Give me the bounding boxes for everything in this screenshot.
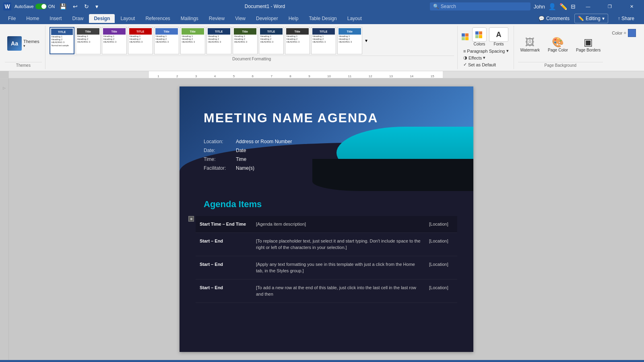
formatting-options: ≡ Paragraph Spacing ▾ ◑ Effects ▾ ✓ Set …	[462, 48, 510, 68]
date-row: Date: Date	[204, 148, 292, 153]
row1-description[interactable]: [To replace placeholder text, just selec…	[252, 232, 425, 256]
time-value[interactable]: Time	[236, 156, 246, 162]
minimize-button[interactable]: —	[579, 0, 597, 13]
row3-description[interactable]: [To add a new row at the end of this tab…	[252, 279, 425, 302]
header-description-cell[interactable]: [Agenda item description]	[252, 216, 425, 232]
theme-3[interactable]: Title Heading 1Heading 2HEADING 3	[102, 27, 127, 54]
tab-table-design[interactable]: Table Design	[304, 14, 341, 23]
tab-mailings[interactable]: Mailings	[176, 14, 203, 23]
title-bar-left: W AutoSave ON 💾 ↩ ↻ ▾	[3, 2, 100, 10]
colors-label: Colors	[473, 42, 485, 46]
row1-time[interactable]: Start – End	[196, 232, 252, 256]
colors-button[interactable]	[472, 27, 487, 42]
tab-developer[interactable]: Developer	[251, 14, 283, 23]
tab-review[interactable]: Review	[204, 14, 229, 23]
paragraph-spacing-icon: ≡	[463, 49, 466, 53]
document-page: MEETING NAME AGENDA Location: Address or…	[180, 86, 473, 352]
themes-label: Themes	[5, 62, 42, 68]
page-color-icon: 🎨	[552, 37, 564, 48]
save-icon[interactable]: 💾	[58, 2, 68, 10]
header-time-cell[interactable]: Start Time – End Time	[196, 216, 252, 232]
location-row: Location: Address or Room Number	[204, 139, 292, 144]
share-button[interactable]: ↑ Share	[613, 14, 639, 23]
effects-icon: ◑	[463, 55, 467, 60]
page-borders-button[interactable]: ▣ Page Borders	[574, 35, 603, 54]
tab-design[interactable]: Design	[89, 14, 115, 23]
search-box[interactable]: 🔍	[430, 2, 530, 10]
agenda-title[interactable]: Agenda Items	[196, 199, 457, 210]
search-icon: 🔍	[433, 4, 439, 9]
theme-8[interactable]: Title Heading 1Heading 2HEADING 3	[233, 27, 258, 54]
theme-2[interactable]: Title Heading 1Heading 2HEADING 3	[76, 27, 101, 54]
fonts-button[interactable]: A	[489, 27, 508, 42]
page-background-label: Page Background	[518, 62, 603, 68]
theme-office[interactable]: TITLE Heading 1Heading 2HEADING 3Normal …	[50, 27, 74, 54]
left-margin-icon[interactable]: ◁	[2, 86, 6, 90]
row3-time[interactable]: Start – End	[196, 279, 252, 302]
location-value[interactable]: Address or Room Number	[236, 139, 292, 144]
tab-home[interactable]: Home	[21, 14, 44, 23]
wave-dark2	[312, 159, 473, 191]
tab-table-layout[interactable]: Layout	[343, 14, 367, 23]
table-row: Start – End [To replace placeholder text…	[196, 232, 457, 256]
document-info: Location: Address or Room Number Date: D…	[204, 139, 292, 174]
time-row: Time: Time	[204, 156, 292, 162]
comments-button[interactable]: 💬 Comments	[539, 16, 570, 21]
row2-location[interactable]: [Location]	[425, 256, 457, 279]
set-default-button[interactable]: ✓ Set as Default	[462, 62, 510, 68]
paragraph-spacing-button[interactable]: ≡ Paragraph Spacing ▾	[462, 48, 510, 54]
document-title[interactable]: MEETING NAME AGENDA	[204, 111, 378, 125]
theme-6[interactable]: Title Heading 1Heading 2HEADING 3	[180, 27, 205, 54]
restore-button[interactable]: ❐	[601, 0, 619, 13]
table-move-handle[interactable]: ⊕	[188, 216, 194, 222]
user-avatar[interactable]: John	[534, 4, 545, 10]
editing-button[interactable]: ✏️ Editing ▾	[574, 14, 608, 23]
autosave-toggle[interactable]	[35, 4, 47, 9]
tab-insert[interactable]: Insert	[45, 14, 66, 23]
tab-layout[interactable]: Layout	[116, 14, 140, 23]
theme-4[interactable]: TITLE Heading 1Heading 2HEADING 3	[128, 27, 153, 54]
para-spacing-chevron: ▾	[506, 48, 509, 53]
theme-10[interactable]: Title Heading 1Heading 2HEADING 3	[285, 27, 310, 54]
theme-9[interactable]: TITLE Heading 1Heading 2HEADING 3	[259, 27, 284, 54]
theme-5[interactable]: Title Heading 1Heading 2HEADING 3	[154, 27, 179, 54]
header-location-cell[interactable]: [Location]	[425, 216, 457, 232]
ribbon-tabs: File Home Insert Draw Design Layout Refe…	[0, 13, 534, 24]
theme-7[interactable]: TITLE Heading 1Heading 2HEADING 3	[206, 27, 231, 54]
watermark-button[interactable]: 🖼 Watermark	[518, 35, 543, 54]
document-area[interactable]: MEETING NAME AGENDA Location: Address or…	[9, 78, 644, 360]
facilitator-label: Facilitator:	[204, 165, 236, 171]
themes-button[interactable]: Aa Themes ▾	[5, 35, 42, 52]
effects-chevron: ▾	[483, 55, 485, 60]
page-color-button[interactable]: 🎨 Page Color	[545, 35, 570, 54]
editing-chevron-icon: ▾	[602, 16, 605, 21]
tab-help[interactable]: Help	[284, 14, 303, 23]
redo-icon[interactable]: ↻	[83, 2, 91, 10]
row2-description[interactable]: [Apply any text formatting you see in th…	[252, 256, 425, 279]
theme-12[interactable]: Title Heading 1Heading 2HEADING 3	[337, 27, 362, 54]
color-indicator: Color =	[612, 29, 636, 37]
row1-location[interactable]: [Location]	[425, 232, 457, 256]
left-margin-bar: ◁	[0, 78, 9, 360]
color-swatch	[628, 29, 636, 37]
gallery-scroll-right[interactable]: ▾	[363, 38, 369, 43]
row2-time[interactable]: Start – End	[196, 256, 252, 279]
close-button[interactable]: ✕	[622, 0, 641, 13]
agenda-table: Start Time – End Time [Agenda item descr…	[196, 216, 457, 303]
search-input[interactable]	[441, 4, 527, 9]
row3-location[interactable]: [Location]	[425, 279, 457, 302]
customize-qat-icon[interactable]: ▾	[94, 2, 100, 10]
date-value[interactable]: Date	[236, 148, 246, 153]
tab-references[interactable]: References	[140, 14, 175, 23]
theme-11[interactable]: TITLE Heading 1Heading 2HEADING 3	[311, 27, 336, 54]
tab-file[interactable]: File	[3, 14, 21, 23]
facilitator-value[interactable]: Name(s)	[236, 165, 254, 171]
ruler: 123456789101112131415	[0, 71, 644, 78]
tab-view[interactable]: View	[230, 14, 250, 23]
comments-icon: 💬	[539, 16, 545, 21]
restore-window-icon: ⊟	[571, 3, 576, 10]
undo-icon[interactable]: ↩	[71, 2, 79, 10]
tab-draw[interactable]: Draw	[67, 14, 88, 23]
location-label: Location:	[204, 139, 236, 144]
effects-button[interactable]: ◑ Effects ▾	[462, 55, 510, 61]
